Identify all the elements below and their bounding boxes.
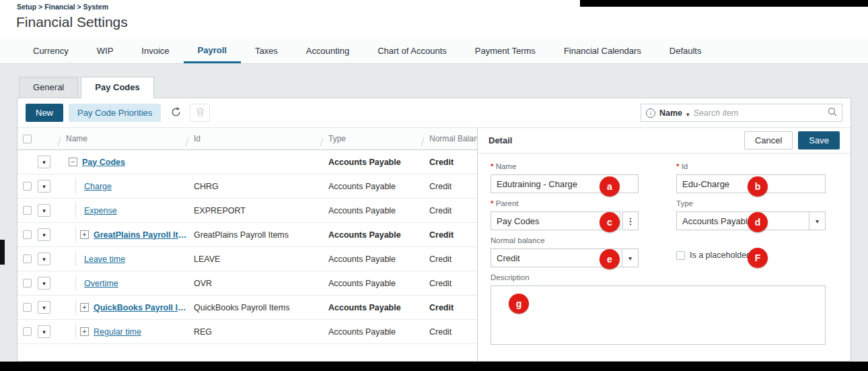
row-name-link[interactable]: Expense: [84, 206, 117, 215]
tab-wip[interactable]: WIP: [83, 39, 128, 63]
annotation-a: a: [600, 176, 620, 197]
tab-accounting[interactable]: Accounting: [292, 39, 363, 63]
row-name-link[interactable]: Overtime: [84, 279, 118, 288]
expand-icon[interactable]: [80, 327, 89, 336]
select-all-checkbox[interactable]: [23, 135, 32, 143]
normal-balance-field-label: Normal balance: [491, 236, 639, 245]
table-row[interactable]: Charge CHRG Accounts Payable Credit: [17, 174, 477, 199]
tab-taxes[interactable]: Taxes: [241, 39, 292, 63]
row-balance: Credit: [424, 247, 477, 271]
row-checkbox[interactable]: [23, 182, 32, 191]
is-placeholder-checkbox[interactable]: [676, 251, 685, 260]
row-type: Accounts Payable: [323, 247, 424, 271]
page-title: Financial Settings: [16, 14, 128, 30]
row-menu-button[interactable]: [38, 301, 50, 314]
cancel-button[interactable]: Cancel: [744, 131, 793, 149]
search-input[interactable]: [694, 108, 824, 118]
row-menu-button[interactable]: [38, 277, 50, 290]
row-type: Accounts Payable: [323, 320, 424, 343]
row-checkbox[interactable]: [23, 255, 32, 263]
parent-picker-button[interactable]: [622, 211, 639, 230]
tree-guide: [75, 252, 76, 266]
row-checkbox[interactable]: [23, 206, 32, 215]
tab-chart-of-accounts[interactable]: Chart of Accounts: [363, 39, 461, 63]
row-checkbox[interactable]: [23, 279, 32, 288]
row-type: Accounts Payable: [323, 223, 424, 246]
row-balance: Credit: [424, 174, 477, 198]
toolbar: New Pay Code Priorities i Name: [17, 98, 851, 128]
pay-code-priorities-button[interactable]: Pay Code Priorities: [69, 104, 161, 122]
search-field-selector[interactable]: Name: [659, 108, 682, 118]
id-field-label: Id: [676, 162, 826, 171]
refresh-button[interactable]: [170, 106, 182, 120]
row-menu-button[interactable]: [38, 180, 50, 193]
tab-currency[interactable]: Currency: [19, 39, 83, 63]
subtab-pay-codes[interactable]: Pay Codes: [81, 77, 153, 98]
name-field-label: Name: [491, 162, 639, 171]
collapse-icon[interactable]: [69, 158, 77, 166]
tree-guide: [75, 300, 76, 314]
description-field[interactable]: [491, 285, 826, 345]
chevron-down-icon[interactable]: [809, 212, 825, 230]
row-name-link[interactable]: GreatPlains Payroll Ite...: [94, 230, 188, 240]
info-icon[interactable]: i: [646, 108, 655, 118]
row-checkbox[interactable]: [23, 327, 32, 336]
table-row[interactable]: Regular time REG Accounts Payable Credit: [17, 320, 477, 344]
row-type: Accounts Payable: [323, 150, 424, 174]
row-balance: Credit: [424, 150, 477, 174]
table-row[interactable]: QuickBooks Payroll Ite... QuickBooks Pay…: [17, 296, 477, 320]
financial-settings-page: Setup > Financial > System Financial Set…: [0, 0, 868, 371]
column-header-id[interactable]: Id: [188, 128, 323, 149]
row-menu-button[interactable]: [38, 204, 50, 217]
table-row[interactable]: Pay Codes Accounts Payable Credit: [17, 150, 477, 174]
chevron-down-icon[interactable]: [622, 249, 638, 267]
row-menu-button[interactable]: [38, 228, 50, 241]
table-row[interactable]: Expense EXPREPORT Accounts Payable Credi…: [17, 199, 477, 223]
row-type: Accounts Payable: [323, 271, 424, 295]
expand-icon[interactable]: [80, 230, 89, 239]
detail-panel: Detail Cancel Save Name Id: [477, 128, 851, 361]
row-name-link[interactable]: Charge: [84, 182, 112, 191]
row-checkbox[interactable]: [23, 230, 32, 239]
row-id: OVR: [188, 271, 323, 295]
tree-guide: [75, 276, 76, 290]
new-button[interactable]: New: [26, 104, 63, 122]
row-checkbox[interactable]: [23, 303, 32, 312]
table-row[interactable]: Leave time LEAVE Accounts Payable Credit: [17, 247, 477, 271]
delete-button[interactable]: [190, 104, 210, 122]
row-menu-button[interactable]: [38, 325, 50, 338]
parent-field-label: Parent: [491, 199, 639, 208]
tab-payroll[interactable]: Payroll: [184, 39, 241, 63]
grid-header: Name Id Type Normal Balance: [17, 128, 477, 150]
table-row[interactable]: Overtime OVR Accounts Payable Credit: [17, 271, 477, 296]
tab-defaults[interactable]: Defaults: [655, 39, 716, 63]
row-name-link[interactable]: Pay Codes: [82, 158, 125, 167]
column-header-type[interactable]: Type: [323, 128, 424, 149]
row-id: CHRG: [188, 174, 323, 198]
save-button[interactable]: Save: [798, 131, 840, 149]
row-id: LEAVE: [188, 247, 323, 271]
row-name-link[interactable]: Leave time: [84, 255, 125, 264]
tab-financial-calendars[interactable]: Financial Calendars: [550, 39, 655, 63]
column-header-normal-balance[interactable]: Normal Balance: [424, 128, 477, 149]
refresh-icon: [170, 106, 182, 120]
search-box: i Name: [641, 104, 842, 122]
search-icon[interactable]: [828, 107, 837, 119]
row-balance: Credit: [424, 271, 477, 295]
row-menu-button[interactable]: [38, 252, 50, 265]
main-tab-bar: Currency WIP Invoice Payroll Taxes Accou…: [0, 39, 868, 64]
row-balance: Credit: [424, 296, 477, 319]
subtab-general[interactable]: General: [19, 77, 78, 98]
expand-icon[interactable]: [80, 303, 89, 312]
annotation-f: F: [748, 248, 768, 268]
tab-payment-terms[interactable]: Payment Terms: [461, 39, 550, 63]
row-type: Accounts Payable: [323, 174, 424, 198]
column-header-name[interactable]: Name: [61, 128, 188, 149]
table-row[interactable]: GreatPlains Payroll Ite... GreatPlains P…: [17, 223, 477, 247]
tree-guide: [75, 325, 76, 339]
row-name-link[interactable]: QuickBooks Payroll Ite...: [94, 303, 188, 312]
tab-invoice[interactable]: Invoice: [127, 39, 183, 63]
chevron-down-icon[interactable]: [686, 107, 690, 119]
row-menu-button[interactable]: [38, 156, 50, 168]
row-name-link[interactable]: Regular time: [94, 327, 141, 337]
